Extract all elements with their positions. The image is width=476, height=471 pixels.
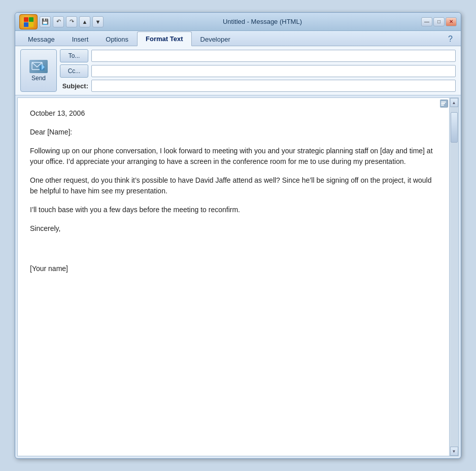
svg-rect-0 bbox=[24, 17, 28, 22]
email-closing: Sincerely, bbox=[30, 223, 437, 234]
subject-row: Subject: bbox=[60, 80, 456, 92]
maximize-button[interactable]: □ bbox=[433, 17, 445, 26]
save-qat-button[interactable]: 💾 bbox=[40, 16, 51, 27]
compose-header: Send To... Cc... Subject: bbox=[15, 46, 461, 95]
email-greeting: Dear [Name]: bbox=[30, 127, 437, 138]
svg-rect-1 bbox=[29, 17, 33, 22]
scroll-track[interactable] bbox=[450, 107, 458, 447]
send-button[interactable]: Send bbox=[20, 49, 57, 92]
scroll-down-button[interactable]: ▼ bbox=[450, 447, 458, 456]
cc-row: Cc... bbox=[60, 64, 456, 78]
ribbon: Message Insert Options Format Text Devel… bbox=[15, 31, 461, 46]
undo-qat-button[interactable]: ↶ bbox=[53, 16, 64, 27]
office-button[interactable] bbox=[19, 14, 38, 29]
svg-rect-8 bbox=[441, 102, 446, 103]
outlook-window: 💾 ↶ ↷ ▲ ▼ Untitled - Message (HTML) — □ … bbox=[15, 12, 461, 459]
email-body[interactable]: October 13, 2006 Dear [Name]: Following … bbox=[18, 98, 449, 456]
to-row: To... bbox=[60, 49, 456, 62]
scrollbar: ▲ ▼ bbox=[449, 98, 458, 456]
svg-rect-9 bbox=[441, 103, 445, 104]
up-qat-button[interactable]: ▲ bbox=[79, 16, 90, 27]
email-paragraph3: I’ll touch base with you a few days befo… bbox=[30, 205, 437, 215]
ribbon-tabs-row: Message Insert Options Format Text Devel… bbox=[19, 31, 457, 46]
to-field[interactable] bbox=[91, 50, 456, 62]
titlebar-left: 💾 ↶ ↷ ▲ ▼ bbox=[19, 14, 104, 29]
to-button[interactable]: To... bbox=[60, 49, 88, 62]
email-signature: [Your name] bbox=[30, 263, 437, 274]
subject-label: Subject: bbox=[60, 82, 88, 90]
scroll-thumb[interactable] bbox=[451, 112, 458, 143]
tab-format-text[interactable]: Format Text bbox=[137, 31, 191, 46]
email-date: October 13, 2006 bbox=[30, 108, 437, 119]
format-toolbar-icon[interactable] bbox=[440, 99, 448, 108]
scroll-up-button[interactable]: ▲ bbox=[450, 98, 458, 107]
email-paragraph2: One other request, do you think it’s pos… bbox=[30, 175, 437, 196]
cc-button[interactable]: Cc... bbox=[60, 64, 88, 78]
fields-area: To... Cc... Subject: bbox=[60, 49, 456, 92]
cc-field[interactable] bbox=[91, 65, 456, 77]
email-paragraph1: Following up on our phone conversation, … bbox=[30, 146, 437, 167]
window-controls: — □ ✕ bbox=[421, 17, 457, 26]
subject-field[interactable] bbox=[91, 80, 456, 92]
redo-qat-button[interactable]: ↷ bbox=[66, 16, 77, 27]
titlebar: 💾 ↶ ↷ ▲ ▼ Untitled - Message (HTML) — □ … bbox=[15, 13, 461, 31]
help-button[interactable]: ? bbox=[444, 32, 457, 46]
svg-rect-10 bbox=[441, 105, 444, 106]
tab-options[interactable]: Options bbox=[97, 32, 137, 46]
minimize-button[interactable]: — bbox=[421, 17, 432, 26]
tab-insert[interactable]: Insert bbox=[63, 32, 97, 46]
tab-developer[interactable]: Developer bbox=[192, 32, 239, 46]
send-label: Send bbox=[31, 75, 46, 82]
close-button[interactable]: ✕ bbox=[446, 17, 457, 26]
send-icon bbox=[29, 60, 48, 73]
svg-rect-2 bbox=[24, 22, 28, 27]
tab-message[interactable]: Message bbox=[19, 32, 63, 46]
body-area: October 13, 2006 Dear [Name]: Following … bbox=[17, 97, 459, 456]
window-title: Untitled - Message (HTML) bbox=[104, 18, 421, 25]
down-qat-button[interactable]: ▼ bbox=[92, 16, 104, 27]
svg-rect-3 bbox=[29, 22, 33, 27]
